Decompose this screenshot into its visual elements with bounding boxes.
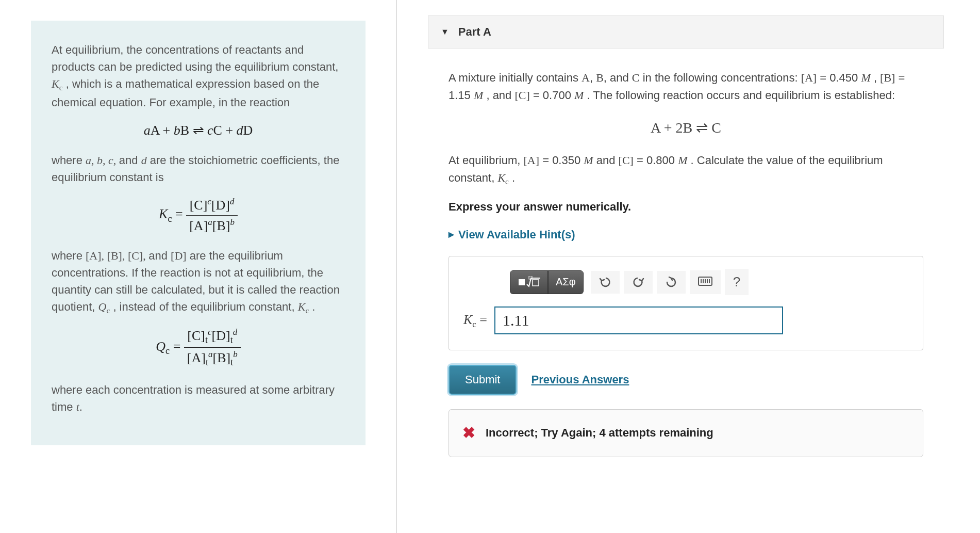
- svg-rect-0: [519, 279, 525, 285]
- expand-right-icon: ▶: [449, 229, 454, 240]
- problem-text-2: At equilibrium, [A] = 0.350 M and [C] = …: [449, 152, 923, 188]
- reset-icon: [665, 276, 677, 288]
- help-button[interactable]: ?: [725, 269, 749, 295]
- fraction-sqrt-icon: [518, 276, 540, 288]
- intro-paragraph-4: where each concentration is measured at …: [52, 381, 345, 415]
- part-header[interactable]: ▼ Part A: [428, 15, 944, 49]
- view-hints-link[interactable]: ▶ View Available Hint(s): [449, 226, 923, 244]
- incorrect-icon: ✖: [462, 421, 475, 445]
- feedback-text: Incorrect; Try Again; 4 attempts remaini…: [486, 424, 713, 442]
- previous-answers-link[interactable]: Previous Answers: [531, 371, 629, 389]
- part-title: Part A: [458, 25, 491, 39]
- submit-row: Submit Previous Answers: [449, 365, 923, 395]
- redo-icon: [632, 276, 644, 288]
- intro-paragraph-2: where a, b, c, and d are the stoichiomet…: [52, 152, 345, 186]
- problem-body: A mixture initially contains A, B, and C…: [428, 69, 944, 457]
- undo-button[interactable]: [591, 271, 620, 294]
- undo-icon: [599, 276, 611, 288]
- equation-kc: Kc = [C]c[D]d [A]a[B]b: [52, 195, 345, 236]
- answer-variable-label: Kc =: [463, 310, 487, 331]
- info-box: At equilibrium, the concentrations of re…: [31, 21, 366, 445]
- input-toolbar: ΑΣφ ?: [510, 269, 908, 295]
- intro-paragraph-3: where [A], [B], [C], and [D] are the equ…: [52, 247, 345, 317]
- greek-symbols-button[interactable]: ΑΣφ: [548, 270, 584, 294]
- hints-label: View Available Hint(s): [458, 226, 575, 244]
- keyboard-button[interactable]: [690, 270, 721, 294]
- template-button[interactable]: [510, 270, 548, 294]
- answer-instruction: Express your answer numerically.: [449, 198, 923, 216]
- right-panel: ▼ Part A A mixture initially contains A,…: [397, 0, 980, 533]
- keyboard-icon: [698, 277, 712, 286]
- answer-container: ΑΣφ ?: [449, 256, 923, 350]
- feedback-box: ✖ Incorrect; Try Again; 4 attempts remai…: [449, 409, 923, 457]
- equation-reaction: aA + bB ⇌ cC + dD: [52, 120, 345, 140]
- problem-equation: A + 2B ⇌ C: [449, 117, 923, 139]
- submit-button[interactable]: Submit: [449, 365, 517, 395]
- collapse-caret-icon[interactable]: ▼: [441, 27, 449, 37]
- answer-input[interactable]: [494, 306, 783, 334]
- help-icon: ?: [733, 274, 740, 289]
- problem-text-1: A mixture initially contains A, B, and C…: [449, 69, 923, 104]
- intro-paragraph-1: At equilibrium, the concentrations of re…: [52, 41, 345, 111]
- answer-input-row: Kc =: [463, 306, 908, 334]
- left-panel: At equilibrium, the concentrations of re…: [0, 0, 397, 533]
- format-button-group: ΑΣφ: [510, 270, 584, 294]
- svg-rect-1: [533, 280, 539, 286]
- reset-button[interactable]: [657, 271, 686, 294]
- redo-button[interactable]: [624, 271, 653, 294]
- equation-qc: Qc = [C]tc[D]td [A]ta[B]tb: [52, 326, 345, 370]
